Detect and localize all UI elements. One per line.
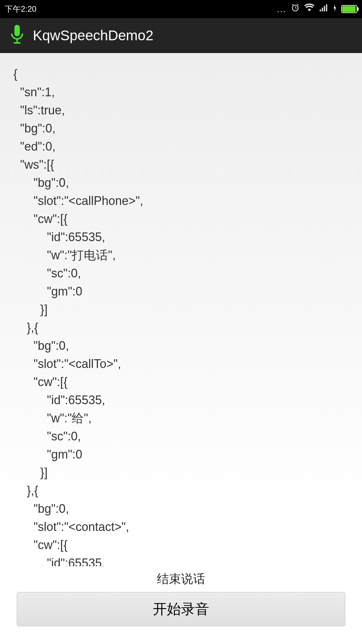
signal-icon — [318, 3, 328, 15]
microphone-icon — [9, 25, 25, 46]
content-area[interactable]: { "sn":1, "ls":true, "bg":0, "ed":0, "ws… — [0, 53, 362, 566]
status-icons: ... — [277, 3, 357, 15]
app-bar: KqwSpeechDemo2 — [0, 18, 362, 53]
more-icon: ... — [277, 4, 286, 14]
alarm-icon — [290, 3, 300, 15]
json-output-text: { "sn":1, "ls":true, "bg":0, "ed":0, "ws… — [13, 65, 349, 566]
start-record-button[interactable]: 开始录音 — [17, 592, 345, 626]
button-area: 开始录音 — [0, 592, 362, 643]
app-title: KqwSpeechDemo2 — [33, 28, 154, 44]
svg-rect-0 — [14, 25, 20, 36]
charging-icon — [333, 4, 337, 14]
wifi-icon — [304, 3, 314, 15]
status-text: 结束说话 — [0, 566, 362, 592]
battery-icon — [341, 5, 357, 13]
status-bar: 下午2:20 ... — [0, 0, 362, 18]
status-time: 下午2:20 — [5, 4, 37, 14]
